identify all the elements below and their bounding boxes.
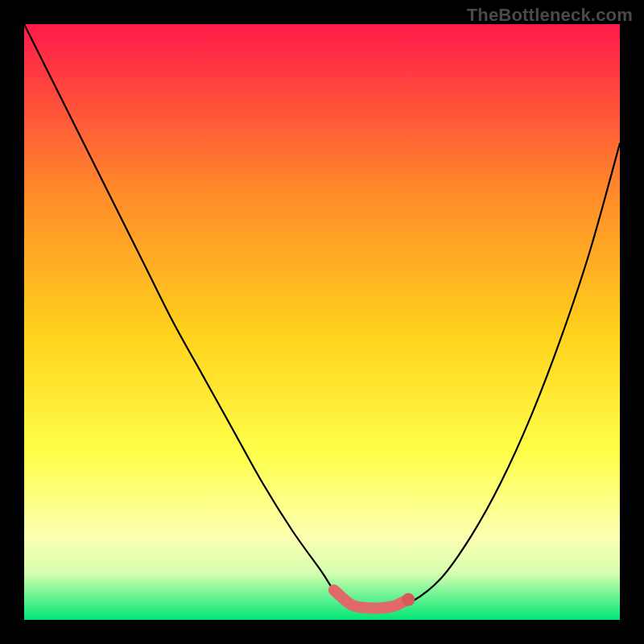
plot-area — [24, 24, 620, 620]
chart-frame: TheBottleneck.com — [0, 0, 644, 644]
gradient-background — [24, 24, 620, 620]
optimal-end-dot — [402, 593, 415, 606]
chart-svg — [24, 24, 620, 620]
watermark-text: TheBottleneck.com — [467, 5, 633, 26]
